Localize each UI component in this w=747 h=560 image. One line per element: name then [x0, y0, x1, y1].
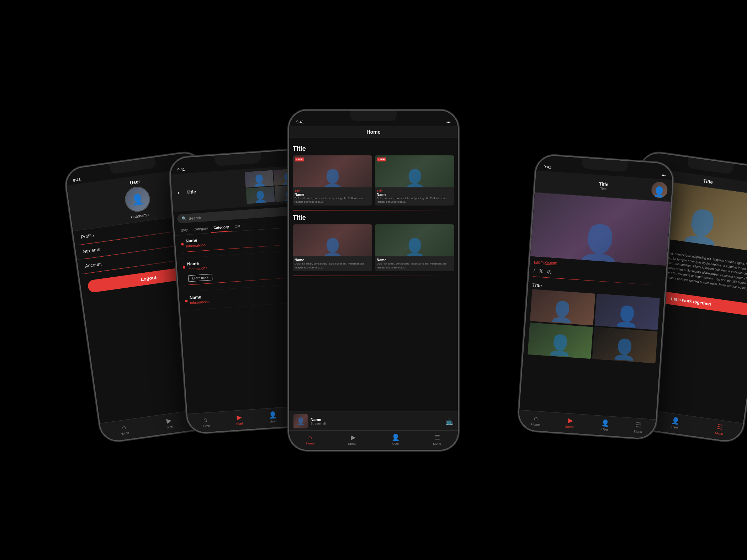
home-title: Home	[367, 129, 381, 135]
video-card-3[interactable]: 👤 Name Dolor sit amet, consectetur adipi…	[293, 224, 372, 271]
nav-home-far-left[interactable]: ⌂ Home	[119, 422, 129, 435]
nav-user-mid-right[interactable]: 👤 User	[601, 418, 609, 431]
social-twitter[interactable]: 𝕏	[539, 268, 543, 274]
video-info-2: Title Name Dolor sit amet, consectetur a…	[375, 187, 454, 206]
item-2-name: Name	[187, 260, 207, 266]
cat-photo-1: 👤	[245, 170, 274, 187]
profile-grid-3: 👤	[528, 322, 593, 359]
nav-user-center[interactable]: 👤 User	[392, 433, 399, 446]
video-grid-2: 👤 Name Dolor sit amet, consectetur adipi…	[293, 224, 454, 271]
mini-name: Name	[311, 417, 443, 422]
phone-center: 9:41 ▪▪▪ Home Title 👤 LIVE	[288, 110, 459, 451]
bullet-1	[181, 243, 184, 245]
screen-mid-right: 9:41 ▪▪▪ Title Title 👤 👤 ex	[518, 155, 673, 439]
search-placeholder: Search	[189, 215, 201, 220]
video-info-1: Title Name Dolor sit amet, consectetur a…	[293, 187, 372, 206]
section1-title: Title	[293, 145, 454, 153]
category-title: Title	[186, 189, 196, 195]
video-card-2[interactable]: 👤 LIVE Title Name Dolor sit amet, consec…	[375, 155, 454, 206]
bullet-2	[183, 266, 185, 268]
nav-menu-far-right[interactable]: ☰ Menu	[715, 422, 724, 436]
screen-center: 9:41 ▪▪▪ Home Title 👤 LIVE	[289, 111, 458, 450]
video-info-4: Name Dolor sit amet, consectetur adipisc…	[375, 256, 454, 271]
tab-category-active[interactable]: Category	[211, 222, 232, 233]
mini-play-button[interactable]: 📺	[446, 417, 454, 425]
bullet-3	[185, 299, 187, 302]
item-1-name: Name	[185, 237, 205, 244]
tab-cat[interactable]: Cat	[232, 222, 243, 231]
nav-start-mid-left[interactable]: ▶ Start	[235, 413, 243, 426]
learn-more-button[interactable]: Learn more	[188, 273, 212, 282]
video-thumb-4: 👤	[375, 224, 454, 256]
notch-center	[350, 111, 397, 121]
time-far-left: 9:41	[73, 177, 81, 182]
item-1-info: Informations	[186, 243, 206, 248]
item-2-info: Informations	[187, 266, 207, 271]
nav-bar-mid-right: ⌂ Home ▶ Stream 👤 User ☰ Menu	[518, 410, 656, 439]
nav-home-center[interactable]: ⌂ Home	[306, 433, 314, 445]
tab-gory[interactable]: gory	[178, 225, 191, 235]
nav-menu-center[interactable]: ☰ Menu	[433, 433, 441, 446]
nav-home-mid-left[interactable]: ⌂ Home	[201, 416, 210, 428]
video-card-1[interactable]: 👤 LIVE Title Name Dolor sit amet, consec…	[293, 155, 372, 206]
avatar-far-left: 👤	[123, 185, 152, 213]
live-badge-1: LIVE	[295, 158, 304, 161]
mini-info: Name Stream left	[311, 417, 443, 425]
video-card-4[interactable]: 👤 Name Dolor sit amet, consectetur adipi…	[375, 224, 454, 271]
scene: 9:41 ▪▪▪ User 👤 Username Profile Streams…	[36, 31, 711, 529]
nav-stream-mid-right[interactable]: ▶ Stream	[565, 416, 576, 429]
mini-thumb: 👤	[293, 414, 308, 428]
video-grid-1: 👤 LIVE Title Name Dolor sit amet, consec…	[293, 155, 454, 206]
video-thumb-2: 👤 LIVE	[375, 155, 454, 187]
item-3-info: Informations	[190, 299, 210, 305]
home-icon-far-left: ⌂	[122, 423, 127, 431]
profile-grid-4: 👤	[592, 327, 658, 363]
time-center: 9:41	[296, 120, 304, 124]
nav-user-mid-left[interactable]: 👤 User	[269, 411, 277, 423]
time-mid-left: 9:41	[177, 167, 185, 171]
profile-title-main: Title	[599, 181, 608, 187]
nav-user-far-right[interactable]: 👤 User	[671, 416, 680, 430]
profile-avatar: 👤	[651, 181, 668, 198]
nav-home-mid-right[interactable]: ⌂ Home	[531, 414, 540, 426]
profile-large-photo: 👤	[530, 192, 671, 266]
profile-title-sub: Title	[599, 186, 608, 191]
video-thumb-3: 👤	[293, 224, 372, 256]
video-thumb-1: 👤 LIVE	[293, 155, 372, 187]
divider-1	[293, 210, 454, 210]
home-header: Home	[289, 126, 458, 138]
nav-stream-center[interactable]: ▶ Stream	[348, 433, 358, 446]
start-icon-far-left: ▶	[166, 416, 172, 425]
mini-subtitle: Stream left	[311, 422, 443, 425]
phone-mid-right: 9:41 ▪▪▪ Title Title 👤 👤 ex	[517, 154, 674, 440]
nav-menu-mid-right[interactable]: ☰ Menu	[634, 421, 643, 433]
home-scroll[interactable]: Title 👤 LIVE Title Name Dol	[289, 138, 458, 442]
video-info-3: Name Dolor sit amet, consectetur adipisc…	[293, 256, 372, 271]
back-button-mid-left[interactable]: ‹	[178, 189, 180, 196]
profile-grid-2: 👤	[594, 293, 660, 330]
mini-player[interactable]: 👤 Name Stream left 📺	[289, 411, 458, 431]
profile-grid-1: 👤	[530, 289, 595, 325]
profile-photo-grid: 👤 👤 👤 👤	[523, 289, 664, 363]
section2-title: Title	[293, 214, 454, 222]
tab-category-1[interactable]: Category	[190, 224, 211, 234]
live-badge-2: LIVE	[377, 158, 386, 161]
social-instagram[interactable]: ◎	[547, 269, 552, 275]
search-icon: 🔍	[181, 216, 187, 221]
cat-photo-3: 👤	[246, 186, 275, 204]
divider-2	[293, 276, 454, 276]
item-3-name: Name	[189, 294, 209, 300]
nav-start-far-left[interactable]: ▶ Start	[165, 416, 174, 429]
social-facebook[interactable]: f	[533, 268, 535, 273]
profile-title-block: Title Title	[599, 181, 609, 191]
nav-bar-center: ⌂ Home ▶ Stream 👤 User ☰ Menu	[289, 430, 458, 450]
signal-center: ▪▪▪	[446, 120, 451, 124]
